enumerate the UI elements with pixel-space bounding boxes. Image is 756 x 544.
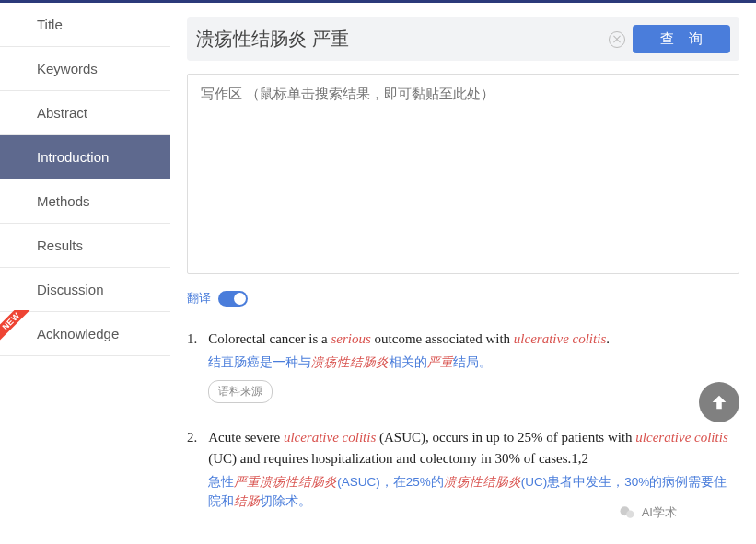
result-english: Colorectal cancer is a serious outcome a… bbox=[208, 329, 739, 350]
sidebar-item-label: Keywords bbox=[37, 61, 98, 76]
clear-icon[interactable] bbox=[609, 31, 625, 48]
sidebar-item-introduction[interactable]: Introduction bbox=[0, 135, 170, 179]
sidebar-item-abstract[interactable]: Abstract bbox=[0, 91, 170, 135]
search-bar: 查 询 bbox=[187, 17, 739, 61]
scroll-top-button[interactable] bbox=[699, 382, 739, 422]
sidebar-item-label: Introduction bbox=[37, 149, 109, 165]
result-chinese: 结直肠癌是一种与溃疡性结肠炎相关的严重结局。 bbox=[208, 353, 739, 373]
sidebar-item-results[interactable]: Results bbox=[0, 224, 170, 268]
result-body: Acute severe ulcerative colitis (ASUC), … bbox=[208, 427, 739, 512]
result-number: 1. bbox=[187, 329, 197, 403]
new-ribbon-icon bbox=[0, 310, 31, 343]
sidebar-item-methods[interactable]: Methods bbox=[0, 179, 170, 224]
main-content: 查 询 翻译 1.Colorectal cancer is a serious … bbox=[170, 3, 756, 544]
wechat-label: AI学术 bbox=[642, 504, 677, 521]
result-number: 2. bbox=[187, 427, 197, 512]
sidebar-item-label: Discussion bbox=[37, 282, 104, 297]
sidebar-item-label: Title bbox=[37, 17, 63, 32]
sidebar-item-title[interactable]: Title bbox=[0, 3, 170, 47]
result-body: Colorectal cancer is a serious outcome a… bbox=[208, 329, 739, 403]
wechat-badge: AI学术 bbox=[612, 502, 682, 524]
sidebar-item-acknowledge[interactable]: Acknowledge bbox=[0, 312, 170, 356]
sidebar-item-keywords[interactable]: Keywords bbox=[0, 47, 170, 91]
translate-toggle[interactable] bbox=[218, 291, 248, 307]
search-input[interactable] bbox=[196, 29, 601, 50]
svg-point-1 bbox=[626, 511, 634, 518]
results-list: 1.Colorectal cancer is a serious outcome… bbox=[187, 329, 739, 512]
wechat-icon bbox=[618, 503, 636, 522]
chevron-up-icon bbox=[709, 392, 729, 412]
sidebar-item-label: Methods bbox=[37, 193, 90, 209]
result-item[interactable]: 2.Acute severe ulcerative colitis (ASUC)… bbox=[187, 427, 739, 512]
result-item[interactable]: 1.Colorectal cancer is a serious outcome… bbox=[187, 329, 739, 403]
query-button[interactable]: 查 询 bbox=[633, 25, 730, 53]
sidebar-item-discussion[interactable]: Discussion bbox=[0, 268, 170, 312]
writing-textarea[interactable] bbox=[187, 74, 739, 274]
sidebar-item-label: Results bbox=[37, 237, 83, 253]
result-english: Acute severe ulcerative colitis (ASUC), … bbox=[208, 427, 739, 470]
sidebar-item-label: Abstract bbox=[37, 105, 87, 121]
translate-row: 翻译 bbox=[187, 290, 739, 307]
source-tag[interactable]: 语料来源 bbox=[208, 380, 273, 403]
translate-label: 翻译 bbox=[187, 290, 211, 307]
sidebar: TitleKeywordsAbstractIntroductionMethods… bbox=[0, 3, 170, 544]
sidebar-item-label: Acknowledge bbox=[37, 326, 119, 341]
